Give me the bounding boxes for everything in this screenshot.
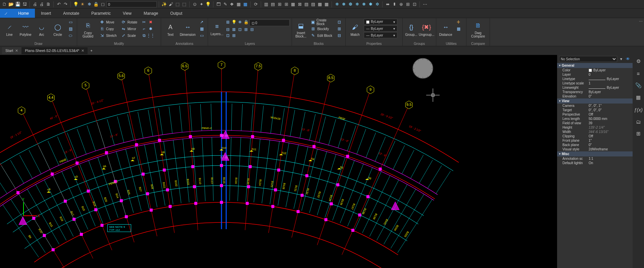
line-button[interactable]: ⟋Line	[2, 19, 17, 40]
align1-icon[interactable]: ⬌	[385, 1, 391, 7]
saveall-icon[interactable]: 🖫	[21, 1, 28, 7]
explorer-icon[interactable]: 🗔	[215, 1, 221, 7]
tab-parametric[interactable]: Parametric	[85, 9, 117, 18]
osnap-icon[interactable]: ⊙	[192, 1, 198, 7]
view4-icon[interactable]: ⊞	[283, 1, 289, 7]
sheet-icon[interactable]: ❖	[229, 1, 235, 7]
create-block-button[interactable]: ▣Create Block	[309, 19, 334, 25]
attach-icon[interactable]: 📎	[635, 82, 642, 89]
view3-icon[interactable]: ⊞	[277, 1, 283, 7]
distance-button[interactable]: ↔Distance	[438, 19, 453, 40]
align3-icon[interactable]: ⊕	[398, 1, 404, 7]
tab-insert[interactable]: Insert	[35, 9, 57, 18]
view2-icon[interactable]: ▤	[270, 1, 276, 7]
light-icon[interactable]: 💡	[205, 1, 211, 7]
stretch-button[interactable]: ⇲Stretch	[98, 32, 118, 39]
copy-guided-button[interactable]: ⎘Copy Guided	[79, 19, 97, 40]
color-combo[interactable]: ByLayer▾	[364, 19, 397, 25]
sheets-rail-icon[interactable]: ▦	[635, 94, 642, 101]
view9-icon[interactable]: ▩	[317, 1, 323, 7]
overflow-icon[interactable]: ⋯	[422, 1, 428, 7]
tab-manage[interactable]: Manage	[138, 9, 164, 18]
mirror-button[interactable]: ⇋Mirror	[119, 25, 139, 32]
tab-view[interactable]: View	[117, 9, 138, 18]
selectsimilar-icon[interactable]: ⬚	[181, 1, 187, 7]
ungroup-button[interactable]: {✖}Ungroup...	[419, 19, 434, 40]
layer-combo[interactable]: ◻ 0	[249, 19, 290, 26]
color-swatch-icon[interactable]: ◻	[100, 1, 106, 7]
new-document-button[interactable]: +	[88, 47, 95, 54]
grid-rail-icon[interactable]: ⊞	[635, 130, 642, 137]
filter-icon[interactable]: ▾	[618, 56, 624, 62]
print-batch-icon[interactable]: 🖨	[39, 1, 45, 7]
settings-icon[interactable]: ⚙	[635, 58, 642, 65]
snow2-icon[interactable]: ❅	[341, 1, 347, 7]
align4-icon[interactable]: ⊞	[405, 1, 411, 7]
rotate-button[interactable]: ⟳Rotate	[119, 19, 139, 25]
drawing-canvas[interactable]: 344.455.666.577.588.599.5PBNEPBNC.7PBND-…	[0, 55, 557, 268]
layer-iso-icon[interactable]: ⊟	[225, 27, 231, 32]
sun-icon[interactable]: ☀	[80, 1, 86, 7]
select-icon[interactable]: ⬚	[175, 1, 181, 7]
move-button[interactable]: ✥Move	[98, 19, 118, 25]
wand-icon[interactable]: ✨	[161, 1, 167, 7]
group-button[interactable]: {}Group...	[405, 19, 418, 40]
offset-button[interactable]: ⧉⋮⋮	[140, 32, 155, 39]
circle-button[interactable]: ◯Circle	[50, 19, 65, 40]
bulb-icon[interactable]: 💡	[73, 1, 79, 7]
layout-icon[interactable]: ▦	[324, 1, 330, 7]
layers-button[interactable]: ≡Layers...	[210, 19, 224, 39]
print-preview-icon[interactable]: 🗎	[45, 1, 51, 7]
edit-block-button[interactable]: ✎Edit Block	[309, 32, 334, 39]
hatch-button[interactable]: ▨	[66, 25, 75, 32]
panel2-icon[interactable]: ▦	[242, 1, 248, 7]
close-icon[interactable]: ✕	[81, 49, 84, 53]
text-button[interactable]: AText	[163, 19, 178, 40]
save-icon[interactable]: 💾	[15, 1, 21, 7]
eye-icon[interactable]: 👁	[625, 56, 631, 62]
dwg-compare-button[interactable]: 🗎Dwg Compare	[468, 19, 488, 40]
ellipse-button[interactable]: ⬭	[66, 32, 75, 39]
snow6-icon[interactable]: ✱	[367, 1, 374, 7]
fillet-button[interactable]: ⌐✱	[140, 25, 155, 32]
arc-button[interactable]: ◡Arc	[34, 19, 49, 40]
view7-icon[interactable]: ▧	[303, 1, 309, 7]
view5-icon[interactable]: ▦	[290, 1, 296, 7]
doc-tab-start[interactable]: Start✕	[2, 47, 21, 54]
tab-output[interactable]: Output	[164, 9, 188, 18]
lineweight-combo[interactable]: — ByLayer▾	[364, 32, 397, 38]
blockify-button[interactable]: ⊞Blockify	[309, 25, 334, 32]
snow4-icon[interactable]: ❄	[354, 1, 360, 7]
lock-icon[interactable]: 🔒	[93, 1, 99, 7]
scale-button[interactable]: ⤢Scale	[119, 32, 139, 39]
snow1-icon[interactable]: ❄	[334, 1, 340, 7]
print-icon[interactable]: 🖨	[32, 1, 38, 7]
ribbon-overflow[interactable]: ⋯	[639, 19, 643, 24]
cat-misc[interactable]: Misc	[557, 151, 633, 156]
regen-icon[interactable]: ⟳	[253, 1, 259, 7]
open-icon[interactable]: 📂	[8, 1, 14, 7]
dimension-button[interactable]: ↔Dimension	[179, 19, 196, 40]
linetype-combo[interactable]: — ByLayer▾	[364, 25, 397, 31]
tab-annotate[interactable]: Annotate	[57, 9, 85, 18]
track-icon[interactable]: ✦	[198, 1, 204, 7]
polyline-button[interactable]: 〰Polyline	[18, 19, 33, 40]
view6-icon[interactable]: ⊠	[297, 1, 303, 7]
insert-block-button[interactable]: ⬓Insert Block...	[294, 19, 308, 40]
structure-rail-icon[interactable]: 🗂	[635, 118, 642, 125]
brush-icon[interactable]: 🖌	[168, 1, 174, 7]
freeze-icon[interactable]: ❄	[86, 1, 92, 7]
field-button[interactable]: ▭	[198, 32, 206, 39]
copy-button[interactable]: ⎘Copy	[98, 25, 118, 32]
snow5-icon[interactable]: ❅	[361, 1, 367, 7]
new-icon[interactable]: 🗋	[1, 1, 7, 7]
rect-button[interactable]: ▭	[66, 19, 75, 25]
layers-rail-icon[interactable]: ≡	[635, 70, 642, 77]
trim-button[interactable]: ✂✖	[140, 19, 155, 25]
selection-combo[interactable]: No Selection	[559, 56, 617, 62]
undo-icon[interactable]: ↶	[56, 1, 62, 7]
fx-icon[interactable]: ƒ(x)	[635, 106, 642, 113]
redo-icon[interactable]: ↷	[62, 1, 68, 7]
cat-general[interactable]: General	[557, 63, 633, 68]
snow7-icon[interactable]: ✲	[374, 1, 380, 7]
